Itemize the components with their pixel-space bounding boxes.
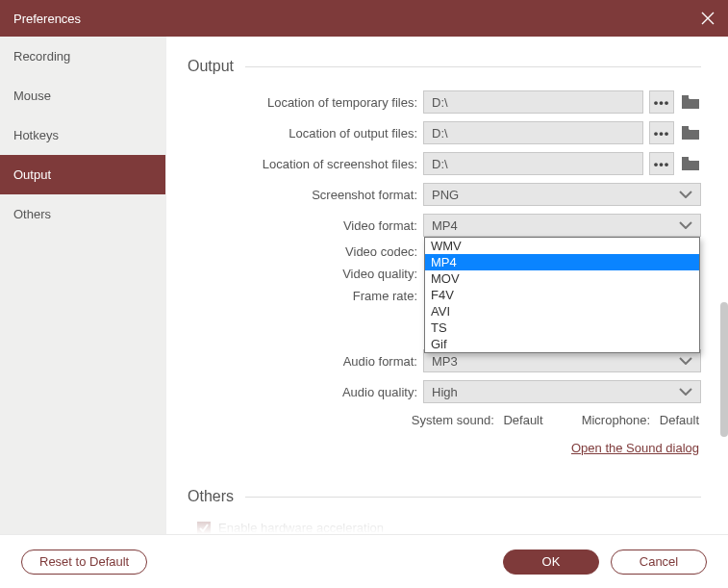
sidebar-item-hotkeys[interactable]: Hotkeys xyxy=(0,115,165,155)
folder-icon[interactable] xyxy=(680,152,701,175)
audio-format-value: MP3 xyxy=(432,354,458,369)
folder-icon[interactable] xyxy=(680,90,701,114)
svg-rect-0 xyxy=(682,95,689,98)
video-format-value: MP4 xyxy=(432,218,458,233)
screenshot-format-label: Screenshot format: xyxy=(188,188,423,202)
reset-to-default-button[interactable]: Reset to Default xyxy=(21,550,147,575)
section-output-text: Output xyxy=(188,58,234,75)
video-format-option[interactable]: WMV xyxy=(425,238,699,254)
video-format-label: Video format: xyxy=(188,218,423,233)
hwaccel-label: Enable hardware acceleration xyxy=(218,521,384,534)
screenshot-files-browse-button[interactable]: ••• xyxy=(649,152,674,175)
footer: Reset to Default OK Cancel xyxy=(0,534,728,588)
system-sound-label: System sound: xyxy=(412,413,494,427)
video-quality-label: Video quality: xyxy=(188,267,423,281)
video-format-select[interactable]: MP4 WMVMP4MOVF4VAVITSGif xyxy=(423,214,701,237)
chevron-down-icon xyxy=(679,357,692,365)
screenshot-files-input[interactable]: D:\ xyxy=(423,152,643,175)
sidebar-item-recording[interactable]: Recording xyxy=(0,37,165,76)
video-format-option[interactable]: MOV xyxy=(425,270,699,287)
video-format-option[interactable]: AVI xyxy=(425,303,699,320)
output-files-label: Location of output files: xyxy=(188,126,423,141)
content: Output Location of temporary files: D:\ … xyxy=(166,37,728,534)
microphone-value: Default xyxy=(660,413,699,427)
output-files-browse-button[interactable]: ••• xyxy=(649,121,674,144)
titlebar: Preferences xyxy=(0,0,728,37)
chevron-down-icon xyxy=(679,221,692,229)
main: Recording Mouse Hotkeys Output Others Ou… xyxy=(0,37,728,534)
video-format-option[interactable]: Gif xyxy=(425,336,699,352)
open-sound-dialog-link[interactable]: Open the Sound dialog xyxy=(571,441,699,455)
temp-files-label: Location of temporary files: xyxy=(188,95,423,110)
section-others-title: Others xyxy=(188,488,701,505)
audio-format-label: Audio format: xyxy=(188,354,423,369)
chevron-down-icon xyxy=(679,191,692,198)
checkbox-checked-icon[interactable] xyxy=(197,522,211,535)
ok-button[interactable]: OK xyxy=(503,550,599,575)
section-output-title: Output xyxy=(188,58,701,75)
microphone-label: Microphone: xyxy=(582,413,651,427)
sidebar-item-output[interactable]: Output xyxy=(0,155,165,194)
sidebar-item-mouse[interactable]: Mouse xyxy=(0,76,165,115)
screenshot-format-select[interactable]: PNG xyxy=(423,183,701,206)
divider xyxy=(245,66,701,67)
svg-rect-1 xyxy=(682,126,689,129)
screenshot-files-label: Location of screenshot files: xyxy=(188,157,423,171)
svg-rect-2 xyxy=(682,157,689,160)
sidebar-item-others[interactable]: Others xyxy=(0,194,165,234)
temp-files-browse-button[interactable]: ••• xyxy=(649,90,674,114)
scrollbar-thumb[interactable] xyxy=(720,302,728,437)
sidebar: Recording Mouse Hotkeys Output Others xyxy=(0,37,166,534)
section-others-text: Others xyxy=(188,488,234,505)
audio-quality-select[interactable]: High xyxy=(423,380,701,403)
close-icon[interactable] xyxy=(701,12,715,25)
cancel-button[interactable]: Cancel xyxy=(611,550,707,575)
audio-quality-label: Audio quality: xyxy=(188,385,423,399)
audio-quality-value: High xyxy=(432,385,458,399)
frame-rate-label: Frame rate: xyxy=(188,289,423,303)
sound-status-row: System sound: Default Microphone: Defaul… xyxy=(188,413,701,427)
system-sound-value: Default xyxy=(503,413,542,427)
hwaccel-row[interactable]: Enable hardware acceleration xyxy=(188,521,701,534)
video-format-dropdown[interactable]: WMVMP4MOVF4VAVITSGif xyxy=(424,237,700,353)
screenshot-format-value: PNG xyxy=(432,188,459,202)
folder-icon[interactable] xyxy=(680,121,701,144)
window-title: Preferences xyxy=(13,12,81,26)
video-format-option[interactable]: TS xyxy=(425,320,699,336)
video-format-option[interactable]: MP4 xyxy=(425,254,699,270)
temp-files-input[interactable]: D:\ xyxy=(423,90,643,114)
output-files-input[interactable]: D:\ xyxy=(423,121,643,144)
chevron-down-icon xyxy=(679,388,692,396)
video-format-option[interactable]: F4V xyxy=(425,287,699,303)
video-codec-label: Video codec: xyxy=(188,244,423,259)
divider xyxy=(245,497,701,498)
